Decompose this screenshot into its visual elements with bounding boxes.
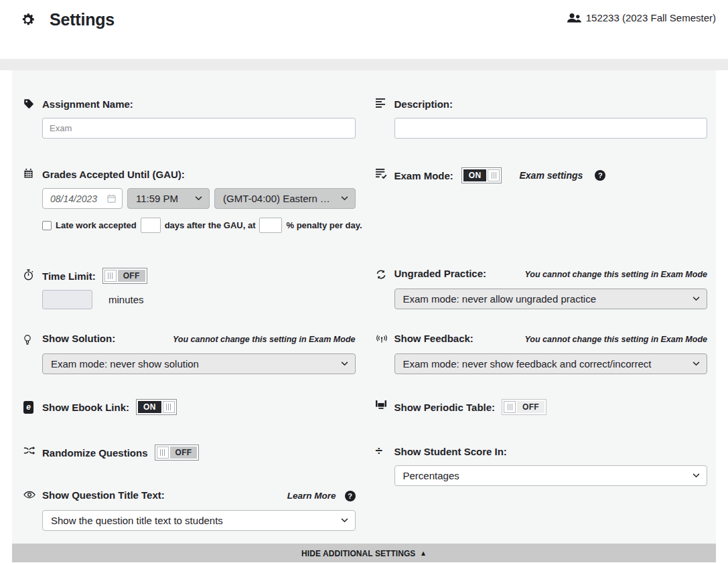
toggle-handle xyxy=(504,401,516,413)
chevron-down-icon xyxy=(341,361,348,366)
exam-mode-note: You cannot change this setting in Exam M… xyxy=(525,270,708,279)
sync-icon xyxy=(376,268,394,333)
exam-mode-help-icon[interactable]: ? xyxy=(595,170,605,181)
gau-timezone-select[interactable]: (GMT-04:00) Eastern Time xyxy=(214,188,356,209)
show-feedback-label: Show Feedback: xyxy=(394,333,474,344)
late-penalty-input[interactable] xyxy=(259,218,282,233)
ungraded-practice-select: Exam mode: never allow ungraded practice xyxy=(394,289,708,309)
header: Settings 152233 (2023 Fall Semester) xyxy=(0,0,728,59)
show-feedback-select: Exam mode: never show feedback and corre… xyxy=(394,353,708,374)
empty-cell xyxy=(376,489,708,544)
exam-mode-label: Exam Mode: xyxy=(394,170,453,181)
chevron-down-icon xyxy=(693,297,700,301)
assignment-name-input[interactable] xyxy=(42,118,356,139)
chevron-down-icon xyxy=(341,518,348,523)
ungraded-practice-label: Ungraded Practice: xyxy=(394,268,487,279)
show-student-score-setting: ÷ Show Student Score In: Percentages xyxy=(376,445,708,489)
exam-mode-note: You cannot change this setting in Exam M… xyxy=(173,335,356,344)
description-setting: Description: xyxy=(376,97,708,167)
show-periodic-table-toggle: OFF xyxy=(502,399,547,415)
chevron-down-icon xyxy=(693,473,700,478)
gear-icon xyxy=(20,12,35,27)
gau-setting: Grades Accepted Until (GAU): 08/14/2023 … xyxy=(23,167,356,268)
late-days-input[interactable] xyxy=(141,218,161,233)
calendar-icon xyxy=(23,167,42,268)
ebook-icon: e xyxy=(23,399,42,445)
show-question-title-setting: Show Question Title Text: Learn More ? S… xyxy=(23,489,356,544)
collapse-up-icon: ▲ xyxy=(420,549,427,557)
toggle-off-label: OFF xyxy=(517,401,544,413)
late-work-checkbox[interactable] xyxy=(42,221,52,230)
show-solution-setting: Show Solution: You cannot change this se… xyxy=(23,333,356,399)
exam-mode-setting: Exam Mode: ON Exam settings ? xyxy=(376,167,708,268)
hide-additional-settings-label: HIDE ADDITIONAL SETTINGS xyxy=(301,548,415,558)
exam-mode-list-check-icon xyxy=(376,167,394,268)
divide-icon: ÷ xyxy=(376,445,394,489)
settings-panel: Assignment Name: Description: xyxy=(12,70,716,544)
gau-date-input[interactable]: 08/14/2023 xyxy=(42,188,123,209)
shuffle-icon xyxy=(23,445,42,489)
toggle-on-label: ON xyxy=(138,401,161,413)
assignment-name-label: Assignment Name: xyxy=(42,98,133,110)
toggle-handle xyxy=(488,169,500,181)
assignment-name-setting: Assignment Name: xyxy=(23,97,356,167)
ungraded-practice-setting: Ungraded Practice: You cannot change thi… xyxy=(376,268,708,333)
tag-icon xyxy=(23,97,42,167)
minutes-unit-label: minutes xyxy=(108,294,144,305)
gau-label: Grades Accepted Until (GAU): xyxy=(42,169,185,180)
show-feedback-setting: Show Feedback: You cannot change this se… xyxy=(376,333,708,399)
stopwatch-icon xyxy=(23,268,42,333)
toggle-handle xyxy=(104,270,117,282)
broadcast-icon xyxy=(376,333,394,399)
toggle-handle xyxy=(163,401,175,413)
show-periodic-table-label: Show Periodic Table: xyxy=(394,402,496,413)
late-work-label: Late work accepted xyxy=(56,220,137,230)
show-student-score-label: Show Student Score In: xyxy=(394,446,507,457)
gau-date-value: 08/14/2023 xyxy=(50,193,97,204)
chevron-down-icon xyxy=(341,196,348,201)
page-title: Settings xyxy=(50,10,115,29)
randomize-questions-setting: Randomize Questions OFF xyxy=(23,445,356,489)
show-solution-select: Exam mode: never show solution xyxy=(42,353,356,374)
show-ebook-link-toggle[interactable]: ON xyxy=(136,399,177,415)
course-context: 152233 (2023 Fall Semester) xyxy=(586,12,716,23)
description-label: Description: xyxy=(394,98,453,110)
time-limit-label: Time Limit: xyxy=(42,270,96,282)
toggle-handle xyxy=(157,447,169,459)
time-limit-setting: Time Limit: OFF minutes xyxy=(23,268,356,333)
toggle-off-label: OFF xyxy=(170,447,198,459)
eye-icon xyxy=(23,489,42,544)
chevron-down-icon xyxy=(693,361,700,366)
late-suffix-label: % penalty per day. xyxy=(286,220,362,230)
exam-mode-note: You cannot change this setting in Exam M… xyxy=(525,335,708,344)
show-question-title-label: Show Question Title Text: xyxy=(42,489,165,501)
time-limit-toggle[interactable]: OFF xyxy=(102,268,147,284)
question-title-help-icon[interactable]: ? xyxy=(345,491,356,501)
show-solution-label: Show Solution: xyxy=(42,333,115,344)
description-lines-icon xyxy=(376,97,394,167)
time-limit-minutes-input xyxy=(42,290,92,309)
exam-settings-link[interactable]: Exam settings xyxy=(519,170,583,181)
hide-additional-settings-button[interactable]: HIDE ADDITIONAL SETTINGS ▲ xyxy=(12,544,716,562)
calendar-small-icon xyxy=(107,194,116,203)
chevron-down-icon xyxy=(195,196,202,201)
show-ebook-link-label: Show Ebook Link: xyxy=(42,402,129,413)
randomize-questions-label: Randomize Questions xyxy=(42,447,148,459)
show-periodic-table-setting: Show Periodic Table: OFF xyxy=(376,399,708,445)
divider-strip xyxy=(0,59,728,70)
show-student-score-select[interactable]: Percentages xyxy=(394,465,708,486)
description-input[interactable] xyxy=(394,118,708,139)
toggle-on-label: ON xyxy=(463,169,487,181)
lightbulb-icon xyxy=(23,333,42,399)
learn-more-link[interactable]: Learn More xyxy=(287,491,336,501)
exam-mode-toggle[interactable]: ON xyxy=(461,167,502,183)
gau-time-select[interactable]: 11:59 PM xyxy=(127,188,210,209)
show-ebook-link-setting: e Show Ebook Link: ON xyxy=(23,399,356,445)
randomize-questions-toggle[interactable]: OFF xyxy=(155,445,200,461)
users-icon xyxy=(567,13,581,23)
periodic-table-icon xyxy=(376,399,394,445)
show-question-title-select[interactable]: Show the question title text to students xyxy=(42,510,356,531)
late-middle-label: days after the GAU, at xyxy=(165,220,256,230)
toggle-off-label: OFF xyxy=(118,270,145,282)
